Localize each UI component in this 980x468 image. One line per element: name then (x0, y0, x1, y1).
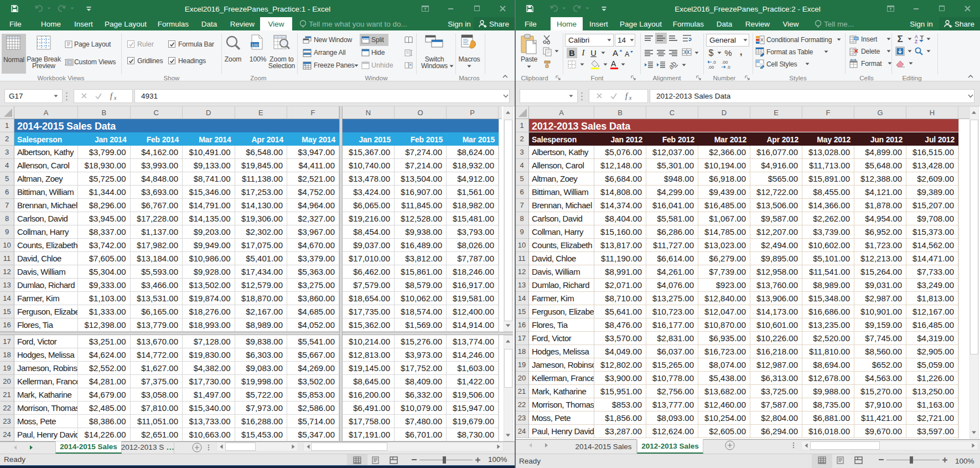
svg-text:A: A (625, 50, 630, 58)
svg-text:A: A (613, 48, 618, 58)
svg-text:A: A (611, 59, 616, 68)
svg-text:x: x (113, 95, 117, 101)
svg-text:.0: .0 (727, 65, 730, 69)
svg-text:.00: .00 (708, 65, 714, 69)
svg-text:x: x (629, 95, 632, 101)
svg-text:.00: .00 (722, 60, 728, 65)
svg-text:ab: ab (670, 60, 678, 69)
svg-text:Z: Z (915, 39, 917, 44)
svg-text:.0: .0 (712, 60, 716, 65)
svg-text:f: f (110, 92, 113, 100)
svg-text:f: f (625, 92, 629, 100)
svg-text:100: 100 (251, 43, 258, 48)
